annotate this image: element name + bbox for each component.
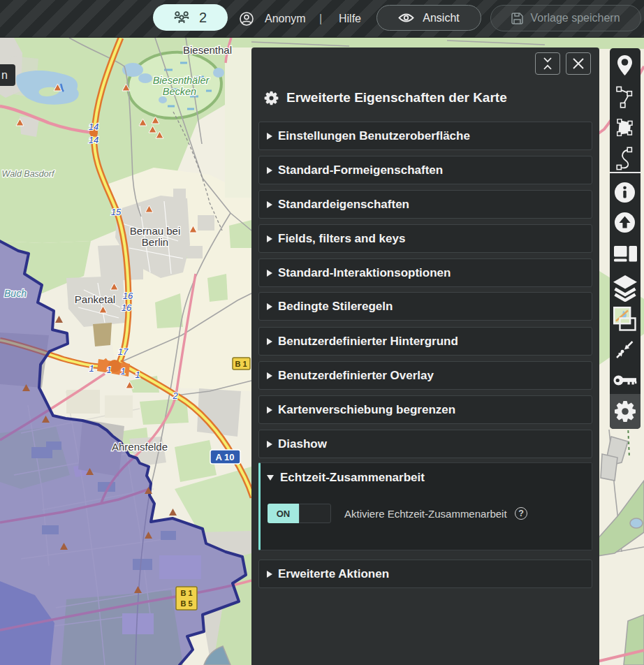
svg-text:15: 15: [111, 207, 122, 217]
svg-text:1: 1: [135, 370, 140, 380]
svg-text:14: 14: [89, 122, 98, 132]
svg-text:Berlin: Berlin: [142, 236, 168, 248]
svg-text:17: 17: [118, 346, 129, 357]
svg-text:2: 2: [172, 390, 178, 401]
svg-text:Becken: Becken: [163, 86, 196, 97]
svg-text:Biesenthal: Biesenthal: [183, 44, 232, 56]
svg-text:B 1: B 1: [235, 360, 247, 368]
svg-text:Bernau bei: Bernau bei: [130, 225, 181, 237]
svg-text:B 5: B 5: [180, 599, 192, 608]
svg-text:A 10: A 10: [216, 452, 235, 462]
svg-text:16: 16: [122, 302, 132, 313]
svg-text:Ahrensfelde: Ahrensfelde: [112, 441, 168, 453]
svg-text:14: 14: [89, 135, 98, 145]
svg-text:Wald Basdorf: Wald Basdorf: [2, 169, 55, 179]
svg-text:Buch: Buch: [4, 288, 27, 299]
svg-text:1: 1: [89, 363, 94, 374]
svg-text:Panketal: Panketal: [75, 293, 115, 305]
svg-text:B 1: B 1: [180, 589, 192, 597]
svg-text:16: 16: [123, 291, 133, 301]
svg-text:1: 1: [106, 365, 111, 375]
svg-text:Biesenthäler: Biesenthäler: [153, 75, 210, 86]
svg-text:1: 1: [120, 366, 125, 377]
